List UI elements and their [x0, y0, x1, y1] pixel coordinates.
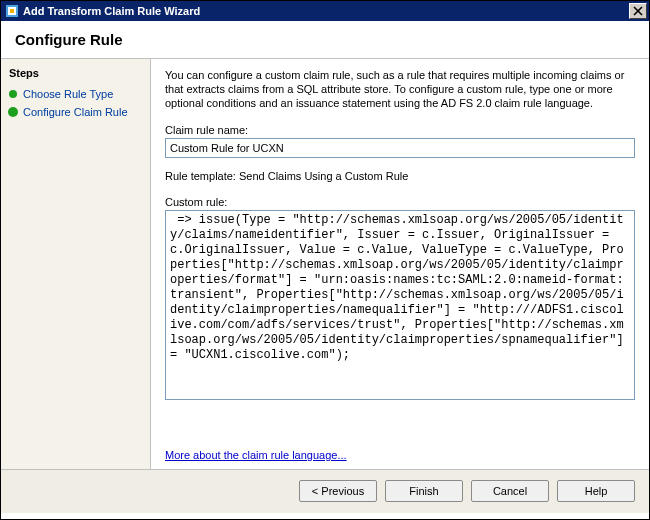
rule-template-text: Rule template: Send Claims Using a Custo… — [165, 170, 635, 182]
titlebar: Add Transform Claim Rule Wizard — [1, 1, 649, 21]
step-label: Choose Rule Type — [23, 88, 113, 100]
step-bullet-icon — [9, 90, 17, 98]
finish-button[interactable]: Finish — [385, 480, 463, 502]
claim-rule-language-link[interactable]: More about the claim rule language... — [165, 449, 635, 461]
step-bullet-icon — [9, 108, 17, 116]
cancel-button[interactable]: Cancel — [471, 480, 549, 502]
rule-name-label: Claim rule name: — [165, 124, 635, 136]
previous-button[interactable]: < Previous — [299, 480, 377, 502]
step-choose-rule-type[interactable]: Choose Rule Type — [1, 85, 150, 103]
custom-rule-textarea[interactable] — [165, 210, 635, 400]
help-button[interactable]: Help — [557, 480, 635, 502]
button-bar: < Previous Finish Cancel Help — [1, 469, 649, 513]
header-band: Configure Rule — [1, 21, 649, 59]
custom-rule-label: Custom rule: — [165, 196, 635, 208]
step-label: Configure Claim Rule — [23, 106, 128, 118]
window-title: Add Transform Claim Rule Wizard — [23, 5, 629, 17]
steps-panel: Steps Choose Rule Type Configure Claim R… — [1, 59, 151, 469]
content-panel: You can configure a custom claim rule, s… — [151, 59, 649, 469]
svg-rect-2 — [10, 9, 14, 13]
step-configure-claim-rule[interactable]: Configure Claim Rule — [1, 103, 150, 121]
rule-name-input[interactable] — [165, 138, 635, 158]
description-text: You can configure a custom claim rule, s… — [165, 69, 635, 110]
page-title: Configure Rule — [15, 31, 635, 48]
steps-title: Steps — [1, 63, 150, 85]
body-area: Steps Choose Rule Type Configure Claim R… — [1, 59, 649, 469]
app-icon — [5, 4, 19, 18]
close-button[interactable] — [629, 3, 647, 19]
